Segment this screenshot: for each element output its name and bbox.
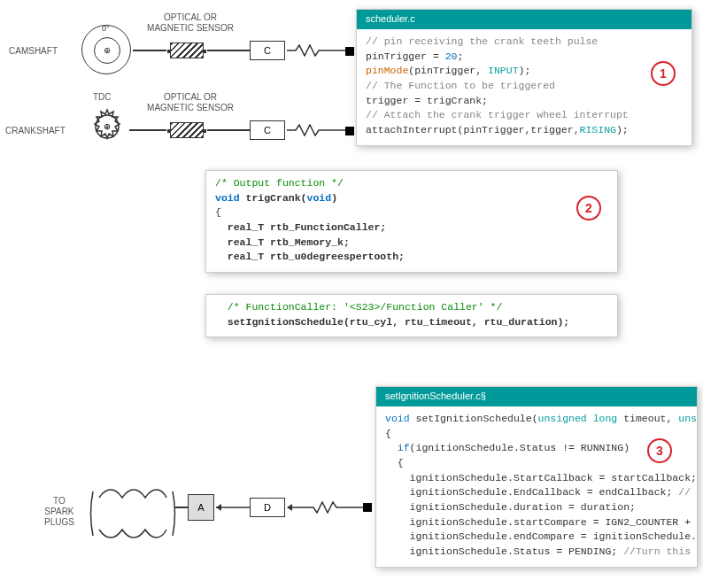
wire	[133, 50, 166, 51]
badge-1: 1	[651, 61, 676, 86]
svg-marker-1	[216, 504, 221, 511]
code-tabbar: scheduler.c	[357, 10, 691, 29]
port-icon	[363, 503, 372, 512]
zigzag-wire-icon	[287, 124, 349, 136]
code-panel-setignition: setIgnitionScheduler.c§ void setIgnition…	[375, 386, 698, 568]
wire	[207, 129, 250, 131]
camshaft-zero-deg: 0°	[102, 24, 110, 34]
wire	[175, 507, 188, 508]
wire	[207, 50, 250, 51]
tdc-label: TDC	[93, 92, 112, 103]
code-panel-functioncaller: /* FunctionCaller: '<S23>/Function Calle…	[205, 294, 618, 337]
camshaft-label: CAMSHAFT	[9, 46, 58, 57]
code-body-2a: /* Output function */ void trigCrank(voi…	[206, 171, 617, 272]
code-tabbar-3: setIgnitionScheduler.c§	[376, 387, 697, 406]
a-block: A	[188, 494, 214, 521]
camshaft-center-icon: ⊕	[94, 37, 120, 64]
camshaft-wheel-icon: 0° ⊕	[81, 25, 131, 74]
port-icon	[345, 47, 354, 56]
port-icon	[345, 127, 354, 135]
badge-2: 2	[576, 196, 601, 220]
sensor-label-crank: OPTICAL OR MAGNETIC SENSOR	[142, 92, 239, 113]
code-panel-scheduler: scheduler.c // pin receiving the crank t…	[356, 9, 692, 146]
code-tab-setignition[interactable]: setIgnitionScheduler.c§	[376, 387, 495, 405]
d-block: D	[250, 498, 285, 517]
code-body-1: // pin receiving the crank teeth pulse p…	[357, 29, 691, 145]
sensor-crank-icon	[170, 122, 204, 138]
arrow-wire-icon	[216, 501, 250, 514]
svg-marker-2	[287, 504, 292, 511]
spark-plugs-label: TO SPARK PLUGS	[44, 496, 74, 528]
sensor-label-cam: OPTICAL OR MAGNETIC SENSOR	[142, 12, 239, 34]
code-body-3: void setIgnitionSchedule(unsigned long t…	[376, 406, 697, 567]
crank-center-icon: ⊕	[104, 120, 110, 134]
zigzag-wire-icon	[287, 44, 349, 57]
zigzag-arrow-icon	[287, 501, 367, 514]
crankshaft-label: CRANKSHAFT	[5, 126, 66, 136]
code-tab-scheduler[interactable]: scheduler.c	[357, 10, 424, 27]
code-panel-trigcrank: /* Output function */ void trigCrank(voi…	[205, 170, 618, 273]
ignition-coil-icon	[89, 478, 177, 553]
sensor-cam-icon	[170, 43, 204, 58]
crankshaft-gear-icon: ⊕	[87, 106, 127, 147]
code-body-2b: /* FunctionCaller: '<S23>/Function Calle…	[206, 295, 617, 337]
c-block-cam: C	[250, 41, 285, 60]
wire	[129, 129, 166, 131]
c-block-crank: C	[250, 120, 285, 140]
badge-3: 3	[647, 438, 672, 463]
